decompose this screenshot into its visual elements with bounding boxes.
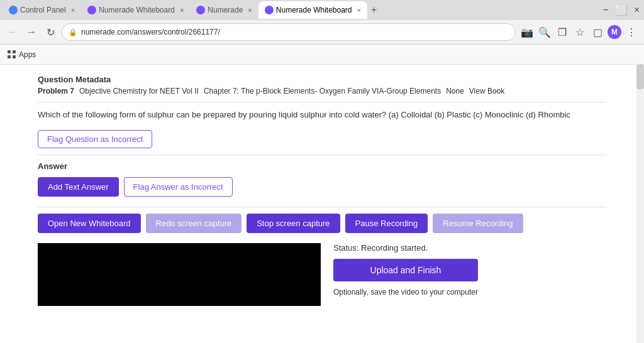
tab-close-whiteboard-1[interactable]: × <box>180 6 184 14</box>
question-text: Which of the following form of sulphur c… <box>38 109 606 121</box>
none-label: None <box>446 87 464 95</box>
tab-label-whiteboard-2: Numerade Whiteboard <box>276 6 352 14</box>
tab-numerade[interactable]: Numerade × <box>190 1 258 19</box>
upload-and-finish-button[interactable]: Upload and Finish <box>333 259 478 281</box>
tab-whiteboard-1[interactable]: Numerade Whiteboard × <box>81 1 190 19</box>
scrollbar[interactable] <box>636 64 644 343</box>
tab-minimize-icon[interactable]: − <box>601 4 610 16</box>
open-whiteboard-button[interactable]: Open New Whiteboard <box>38 214 141 233</box>
menu-icon[interactable]: ⋮ <box>624 24 639 40</box>
refresh-button[interactable]: ↻ <box>43 24 58 40</box>
bottom-section: Status: Recording started. Upload and Fi… <box>38 243 606 306</box>
recording-button-row: Open New Whiteboard Redo screen capture … <box>38 214 606 233</box>
tab-close-numerade[interactable]: × <box>248 6 252 14</box>
address-bar-row: ← → ↻ 🔒 numerade.com/answers/control/266… <box>0 20 644 44</box>
resume-recording-button[interactable]: Resume Recording <box>433 214 523 233</box>
browser-chrome: Control Panel × Numerade Whiteboard × Nu… <box>0 0 644 45</box>
tab-label-numerade: Numerade <box>208 6 243 14</box>
divider-1 <box>38 102 606 102</box>
pause-recording-button[interactable]: Pause Recording <box>345 214 428 233</box>
window-icon[interactable]: ▢ <box>590 24 605 40</box>
apps-bar: Apps <box>0 45 644 65</box>
tab-close-control-panel[interactable]: × <box>71 6 75 14</box>
answer-section: Answer Add Text Answer Flag Answer as In… <box>38 161 606 197</box>
zoom-icon[interactable]: 🔍 <box>537 24 552 40</box>
tab-close-whiteboard-2[interactable]: × <box>357 6 361 14</box>
address-text: numerade.com/answers/control/2661177/ <box>81 28 509 36</box>
video-area <box>38 243 321 306</box>
optional-save-text: Optionally, save the video to your compu… <box>333 288 478 297</box>
forward-button[interactable]: → <box>24 24 39 40</box>
flag-question-button[interactable]: Flag Question as Incorrect <box>38 130 152 148</box>
view-book-link[interactable]: View Book <box>469 87 504 95</box>
tab-whiteboard-2[interactable]: Numerade Whiteboard × <box>258 1 367 19</box>
metadata-row: Problem 7 Objective Chemistry for NEET V… <box>38 87 606 95</box>
share-icon[interactable]: ❐ <box>555 24 570 40</box>
scrollbar-thumb[interactable] <box>636 64 644 89</box>
apps-label: Apps <box>19 50 36 59</box>
apps-grid-icon <box>8 50 16 59</box>
profile-icon[interactable]: M <box>608 25 621 39</box>
tab-bar: Control Panel × Numerade Whiteboard × Nu… <box>0 0 644 20</box>
chapter-name: Chapter 7: The p-Block Elements- Oxygen … <box>204 87 441 95</box>
new-tab-button[interactable]: + <box>367 4 380 16</box>
add-text-answer-button[interactable]: Add Text Answer <box>38 177 119 197</box>
answer-label: Answer <box>38 161 606 171</box>
problem-label: Problem 7 <box>38 87 74 95</box>
redo-screen-capture-button[interactable]: Redo screen capture <box>146 214 242 233</box>
question-metadata: Question Metadata Problem 7 Objective Ch… <box>38 75 606 95</box>
tab-icon-whiteboard-1 <box>87 6 96 14</box>
tab-icon-whiteboard-2 <box>265 6 274 14</box>
divider-2 <box>38 155 606 155</box>
tab-control-panel[interactable]: Control Panel × <box>3 1 81 19</box>
screenshot-icon[interactable]: 📷 <box>519 24 535 40</box>
tab-close-window-icon[interactable]: × <box>632 4 641 16</box>
metadata-section-label: Question Metadata <box>38 75 606 84</box>
browser-action-icons: 📷 🔍 ❐ ☆ ▢ M ⋮ <box>519 24 639 40</box>
answer-button-row: Add Text Answer Flag Answer as Incorrect <box>38 177 606 197</box>
stop-screen-capture-button[interactable]: Stop screen capture <box>247 214 340 233</box>
divider-3 <box>38 207 606 207</box>
tab-icon-control-panel <box>9 6 18 14</box>
tab-restore-icon[interactable]: ⬜ <box>613 4 630 16</box>
bookmark-icon[interactable]: ☆ <box>572 24 587 40</box>
tab-label-control-panel: Control Panel <box>20 6 66 14</box>
status-text: Status: Recording started. <box>333 243 478 253</box>
tab-label-whiteboard-1: Numerade Whiteboard <box>99 6 175 14</box>
flag-answer-button[interactable]: Flag Answer as Incorrect <box>124 177 233 197</box>
page-content: Question Metadata Problem 7 Objective Ch… <box>0 65 644 343</box>
address-bar[interactable]: 🔒 numerade.com/answers/control/2661177/ <box>62 23 516 41</box>
tab-icon-numerade <box>196 6 205 14</box>
apps-item[interactable]: Apps <box>8 50 36 59</box>
book-name: Objective Chemistry for NEET Vol II <box>79 87 199 95</box>
lock-icon: 🔒 <box>69 28 77 36</box>
tab-extras: − ⬜ × <box>601 4 641 16</box>
back-button[interactable]: ← <box>5 24 20 40</box>
right-panel: Status: Recording started. Upload and Fi… <box>321 243 478 306</box>
